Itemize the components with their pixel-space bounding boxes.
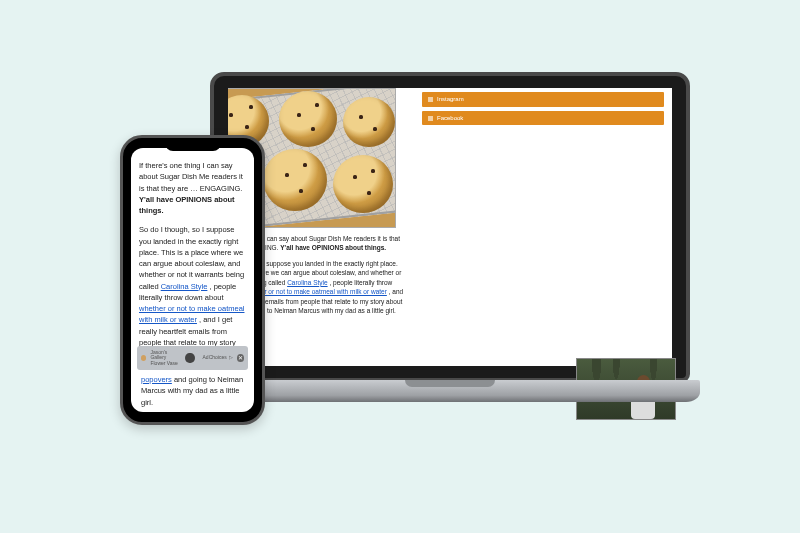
- sidebar-label: Instagram: [437, 95, 464, 104]
- ad-brand: Jason's Gallery Flower Vase: [150, 350, 181, 367]
- link-carolina-style[interactable]: Carolina Style: [287, 279, 327, 286]
- laptop-mockup: If there's one thing I can say about Sug…: [200, 72, 700, 452]
- speaker-icon[interactable]: [185, 353, 194, 363]
- phone-notch: [165, 141, 221, 151]
- ad-logo-icon: [141, 355, 146, 361]
- sidebar-item-instagram[interactable]: Instagram: [422, 92, 664, 107]
- sidebar-label: Facebook: [437, 114, 463, 123]
- phone-mockup: If there's one thing I can say about Sug…: [120, 135, 265, 425]
- laptop-base: [200, 380, 700, 402]
- intro-paragraph-phone: If there's one thing I can say about Sug…: [139, 160, 246, 216]
- article-body-tail: popovers and going to Neiman Marcus with…: [137, 372, 248, 406]
- phone-screen: If there's one thing I can say about Sug…: [131, 148, 254, 412]
- intro-emphasis: Y'all have OPINIONS about things.: [280, 244, 386, 251]
- laptop-bezel: If there's one thing I can say about Sug…: [210, 72, 690, 382]
- inline-ad[interactable]: Jason's Gallery Flower Vase AdChoices ▷ …: [137, 346, 248, 370]
- link-carolina-style[interactable]: Carolina Style: [161, 282, 208, 291]
- sidebar-item-facebook[interactable]: Facebook: [422, 111, 664, 126]
- sidebar: Instagram Facebook: [414, 88, 672, 366]
- body-paragraph-phone: So do I though, so I suppose you landed …: [139, 224, 246, 359]
- ad-provider[interactable]: AdChoices ▷: [203, 354, 233, 362]
- close-ad-icon[interactable]: ✕: [237, 354, 244, 362]
- instagram-icon: [428, 97, 433, 102]
- adchoices-icon: ▷: [229, 354, 233, 362]
- laptop-screen: If there's one thing I can say about Sug…: [228, 88, 672, 366]
- phone-bezel: If there's one thing I can say about Sug…: [120, 135, 265, 425]
- link-popovers[interactable]: popovers: [141, 375, 172, 384]
- facebook-icon: [428, 116, 433, 121]
